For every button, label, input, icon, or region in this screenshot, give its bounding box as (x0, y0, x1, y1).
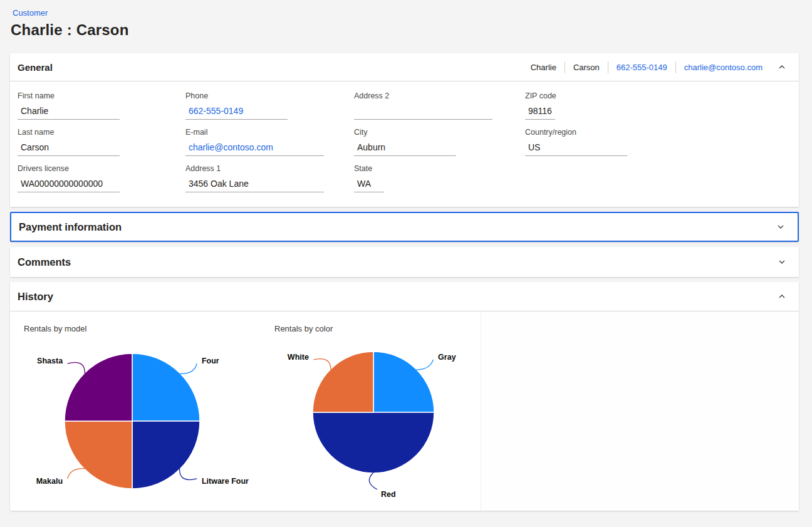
chart-rentals-by-model: Rentals by model FourLitware FourMakaluS… (18, 324, 249, 511)
pie-label-leader (314, 359, 331, 370)
chart-title: Rentals by model (18, 324, 249, 335)
pie-slice[interactable] (132, 353, 200, 421)
address1-input[interactable] (185, 177, 324, 192)
pie-slice-label: Gray (438, 353, 456, 362)
pie-slice[interactable] (65, 421, 132, 489)
chevron-up-icon (778, 63, 786, 71)
general-summary: Charlie Carson 662-555-0149 charlie@cont… (531, 61, 763, 73)
expand-payment-button[interactable] (773, 219, 789, 235)
field-drivers-license: Drivers license (18, 164, 185, 192)
pie-chart-rentals-by-model: FourLitware FourMakaluShasta (18, 339, 249, 502)
field-country: Country/region (525, 128, 791, 156)
history-empty-area (481, 311, 799, 511)
collapse-history-button[interactable] (774, 288, 790, 305)
pie-slice-label: Shasta (37, 357, 63, 365)
field-address2: Address 2 (354, 91, 525, 120)
state-input[interactable] (354, 177, 384, 192)
general-form: First name Last name Drivers license Pho… (10, 81, 799, 207)
field-last-name: Last name (18, 128, 185, 156)
pie-label-leader (180, 469, 197, 480)
summary-first-name: Charlie (531, 63, 556, 72)
pie-slice[interactable] (313, 412, 434, 473)
chevron-up-icon (778, 292, 786, 301)
pie-slice-label: Litware Four (202, 477, 249, 486)
history-content: Rentals by model FourLitware FourMakaluS… (10, 311, 799, 511)
pie-slice[interactable] (65, 353, 132, 421)
history-charts: Rentals by model FourLitware FourMakaluS… (10, 311, 481, 511)
section-general-header[interactable]: General Charlie Carson 662-555-0149 char… (10, 53, 799, 81)
city-input[interactable] (354, 141, 456, 156)
address2-input[interactable] (354, 105, 492, 120)
chart-title: Rentals by color (268, 324, 481, 335)
pie-label-leader (68, 362, 85, 373)
pie-slice-label: White (288, 353, 309, 362)
summary-separator (675, 61, 676, 73)
field-email: E-mail (185, 128, 354, 156)
page-title: Charlie : Carson (10, 18, 799, 39)
section-history-header[interactable]: History (10, 282, 799, 311)
summary-last-name: Carson (573, 63, 600, 72)
summary-phone-link[interactable]: 662-555-0149 (617, 63, 667, 72)
pie-slice-label: Four (202, 357, 219, 365)
address2-label: Address 2 (354, 91, 525, 100)
country-input[interactable] (525, 141, 627, 156)
phone-label: Phone (185, 91, 354, 100)
collapse-general-button[interactable] (774, 59, 790, 75)
field-state: State (354, 164, 525, 192)
pie-slice-label: Makalu (36, 477, 63, 486)
section-payment-information: Payment information (10, 212, 799, 242)
field-address1: Address 1 (185, 164, 354, 192)
summary-separator (608, 61, 608, 73)
field-first-name: First name (18, 91, 185, 120)
section-general: General Charlie Carson 662-555-0149 char… (10, 53, 799, 207)
section-general-title: General (18, 62, 53, 73)
zip-label: ZIP code (525, 91, 791, 100)
section-payment-header[interactable]: Payment information (11, 213, 798, 241)
breadcrumb-customer-link[interactable]: Customer (13, 8, 48, 18)
section-history: History Rentals by model FourLitware Fou… (10, 282, 799, 511)
field-zip: ZIP code (525, 91, 791, 120)
pie-slice[interactable] (132, 421, 200, 489)
pie-chart-rentals-by-color: GrayRedWhite (268, 339, 481, 502)
breadcrumb: Customer (10, 0, 799, 18)
first-name-input[interactable] (18, 105, 120, 120)
country-label: Country/region (525, 128, 791, 137)
chevron-down-icon (776, 222, 785, 231)
pie-slice-label: Red (381, 490, 396, 499)
expand-comments-button[interactable] (774, 254, 790, 270)
section-comments: Comments (10, 247, 799, 277)
last-name-label: Last name (18, 128, 185, 137)
page: Customer Charlie : Carson General Charli… (0, 0, 812, 511)
phone-input[interactable] (185, 105, 288, 120)
section-payment-title: Payment information (19, 221, 122, 233)
state-label: State (354, 164, 525, 173)
pie-label-leader (180, 363, 197, 373)
pie-slice[interactable] (373, 352, 434, 412)
section-history-title: History (18, 291, 53, 303)
drivers-license-label: Drivers license (18, 164, 185, 173)
pie-slice[interactable] (313, 352, 373, 412)
section-comments-title: Comments (18, 256, 71, 268)
section-comments-header[interactable]: Comments (10, 247, 799, 277)
field-phone: Phone (185, 91, 354, 120)
address1-label: Address 1 (185, 164, 354, 173)
summary-email-link[interactable]: charlie@contoso.com (684, 63, 763, 72)
city-label: City (354, 128, 525, 137)
chevron-down-icon (778, 258, 786, 266)
zip-input[interactable] (525, 105, 555, 120)
last-name-input[interactable] (18, 141, 120, 156)
chart-rentals-by-color: Rentals by color GrayRedWhite (268, 324, 481, 511)
first-name-label: First name (18, 91, 185, 100)
drivers-license-input[interactable] (18, 177, 120, 192)
pie-label-leader (68, 469, 85, 479)
pie-label-leader (369, 472, 377, 489)
field-city: City (354, 128, 525, 156)
email-label: E-mail (185, 128, 354, 137)
email-input[interactable] (185, 141, 324, 156)
pie-label-leader (416, 360, 434, 370)
summary-separator (565, 61, 565, 73)
